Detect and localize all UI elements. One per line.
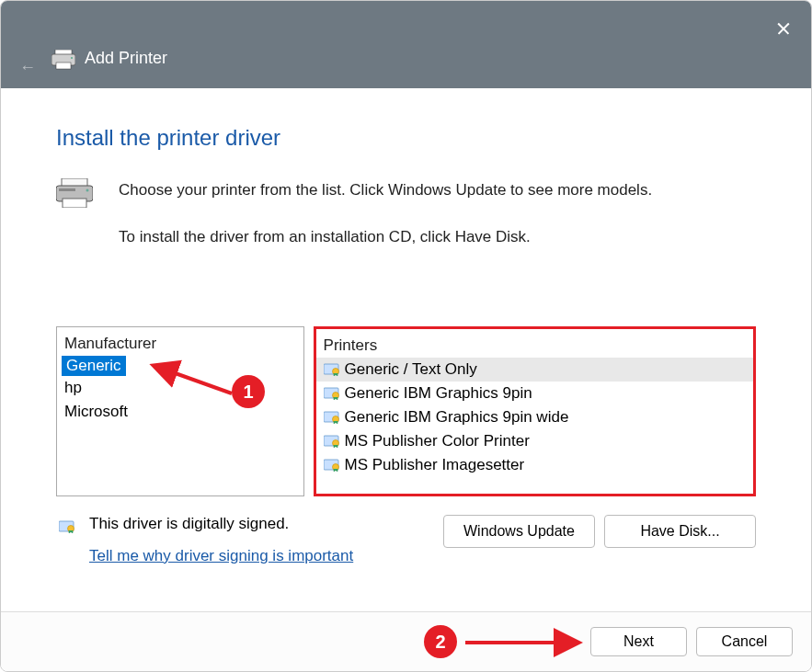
svg-rect-7 bbox=[59, 188, 75, 191]
printer-icon-large bbox=[56, 178, 93, 208]
titlebar-title: Add Printer bbox=[85, 49, 167, 68]
close-icon[interactable] bbox=[774, 19, 793, 38]
page-heading: Install the printer driver bbox=[56, 125, 756, 151]
content-area: Install the printer driver Choose your p… bbox=[1, 88, 811, 611]
manufacturer-item-generic[interactable]: Generic bbox=[62, 356, 126, 376]
footer: 2 Next Cancel bbox=[1, 611, 811, 671]
svg-rect-2 bbox=[56, 63, 71, 69]
svg-point-8 bbox=[86, 189, 89, 192]
printer-item-ibm-9pin-wide[interactable]: Generic IBM Graphics 9pin wide bbox=[316, 405, 753, 429]
have-disk-button[interactable]: Have Disk... bbox=[604, 515, 756, 548]
printer-item-ms-color[interactable]: MS Publisher Color Printer bbox=[316, 429, 753, 453]
cancel-button[interactable]: Cancel bbox=[696, 627, 793, 656]
annotation-arrow-1 bbox=[163, 364, 236, 404]
certificate-icon bbox=[324, 363, 340, 376]
annotation-step-2: 2 bbox=[424, 625, 457, 658]
certificate-icon bbox=[324, 387, 340, 400]
why-signing-link[interactable]: Tell me why driver signing is important bbox=[89, 547, 353, 565]
printer-icon bbox=[51, 50, 75, 68]
intro-text-2: To install the driver from an installati… bbox=[119, 225, 652, 249]
certificate-icon bbox=[324, 459, 340, 472]
printer-item-generic-text[interactable]: Generic / Text Only bbox=[316, 358, 753, 382]
printer-item-ibm-9pin[interactable]: Generic IBM Graphics 9pin bbox=[316, 382, 753, 405]
svg-point-3 bbox=[71, 57, 73, 59]
manufacturer-header: Manufacturer bbox=[57, 332, 303, 356]
printers-list[interactable]: Printers Generic / Text Only Generic IBM… bbox=[314, 326, 756, 496]
back-arrow-icon[interactable] bbox=[19, 58, 38, 76]
windows-update-button[interactable]: Windows Update bbox=[443, 515, 595, 548]
svg-rect-6 bbox=[63, 199, 86, 208]
titlebar: Add Printer bbox=[1, 1, 811, 88]
certificate-icon bbox=[324, 435, 340, 448]
printer-item-ms-imagesetter[interactable]: MS Publisher Imagesetter bbox=[316, 453, 753, 477]
intro-text-1: Choose your printer from the list. Click… bbox=[119, 178, 652, 202]
svg-line-10 bbox=[170, 371, 232, 393]
certificate-icon bbox=[56, 518, 78, 535]
annotation-arrow-2 bbox=[461, 629, 585, 660]
manufacturer-list[interactable]: Manufacturer Generic hp Microsoft 1 bbox=[56, 326, 304, 496]
certificate-icon bbox=[324, 411, 340, 424]
next-button[interactable]: Next bbox=[590, 627, 687, 656]
annotation-step-1: 1 bbox=[232, 375, 265, 408]
printers-header: Printers bbox=[316, 334, 753, 358]
signed-text: This driver is digitally signed. bbox=[89, 515, 353, 533]
